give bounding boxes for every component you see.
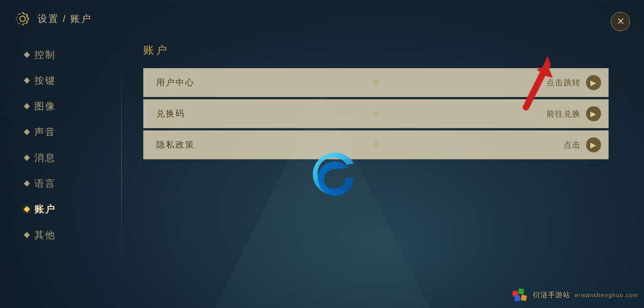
sidebar-item-label: 语言 (34, 177, 56, 190)
row-label-user-center: 用户中心 (143, 77, 546, 89)
diamond-icon (372, 79, 379, 86)
watermark-text: 衍涟手游站 (533, 290, 570, 300)
sidebar-item-graphics[interactable]: 图像 (14, 94, 121, 118)
red-arrow-annotation (494, 54, 558, 118)
arrow-right-icon: ▶ (586, 106, 601, 121)
row-label-redeem-code: 兑换码 (143, 108, 546, 120)
sidebar-item-account[interactable]: 账户 (14, 197, 121, 221)
svg-rect-6 (518, 289, 524, 295)
svg-rect-8 (521, 295, 527, 301)
arrow-right-icon: ▶ (586, 137, 601, 152)
sidebar-item-label: 其他 (34, 229, 56, 241)
privacy-row[interactable]: 隐私政策 点击 ▶ (143, 130, 609, 159)
arrow-right-icon: ▶ (586, 75, 601, 90)
dot-icon (24, 180, 30, 186)
watermark-logo-icon (513, 287, 530, 304)
row-decoration (374, 111, 379, 116)
sidebar-item-label: 账户 (34, 203, 56, 216)
sidebar-item-keys[interactable]: 按键 (14, 69, 121, 92)
edge-loading-icon (303, 141, 367, 206)
svg-rect-7 (514, 296, 520, 302)
dot-icon (24, 52, 30, 57)
dot-icon (24, 206, 30, 212)
close-button[interactable]: ✕ (611, 12, 630, 31)
svg-marker-4 (545, 56, 550, 62)
sidebar-item-label: 声音 (34, 126, 56, 138)
dot-icon (24, 155, 30, 160)
gear-icon (14, 10, 31, 27)
sidebar-item-language[interactable]: 语言 (14, 172, 121, 195)
window-title: 设置 / 账户 (38, 12, 92, 25)
dot-icon (24, 77, 30, 83)
sidebar: 控制 按键 图像 声音 消息 语言 (14, 32, 121, 294)
watermark: 衍涟手游站 erwanshenghuo.com (513, 287, 639, 304)
dot-icon (24, 232, 30, 238)
sidebar-item-label: 按键 (34, 74, 56, 87)
sidebar-item-messages[interactable]: 消息 (14, 146, 121, 170)
dot-icon (24, 103, 30, 109)
row-decoration (374, 80, 379, 85)
watermark-url: erwanshenghuo.com (575, 292, 639, 298)
sidebar-item-label: 图像 (34, 100, 56, 113)
diamond-icon (372, 141, 379, 149)
row-action-privacy: 点击 ▶ (564, 137, 609, 152)
sidebar-item-label: 消息 (34, 151, 56, 164)
sidebar-item-controls[interactable]: 控制 (14, 43, 121, 67)
sidebar-item-other[interactable]: 其他 (14, 223, 121, 247)
row-action-label: 点击 (564, 140, 581, 150)
diamond-icon (372, 110, 379, 118)
dot-icon (24, 129, 30, 135)
titlebar: 设置 / 账户 (5, 5, 639, 32)
row-decoration (374, 142, 379, 148)
sidebar-item-sound[interactable]: 声音 (14, 120, 121, 144)
sidebar-item-label: 控制 (34, 48, 56, 61)
